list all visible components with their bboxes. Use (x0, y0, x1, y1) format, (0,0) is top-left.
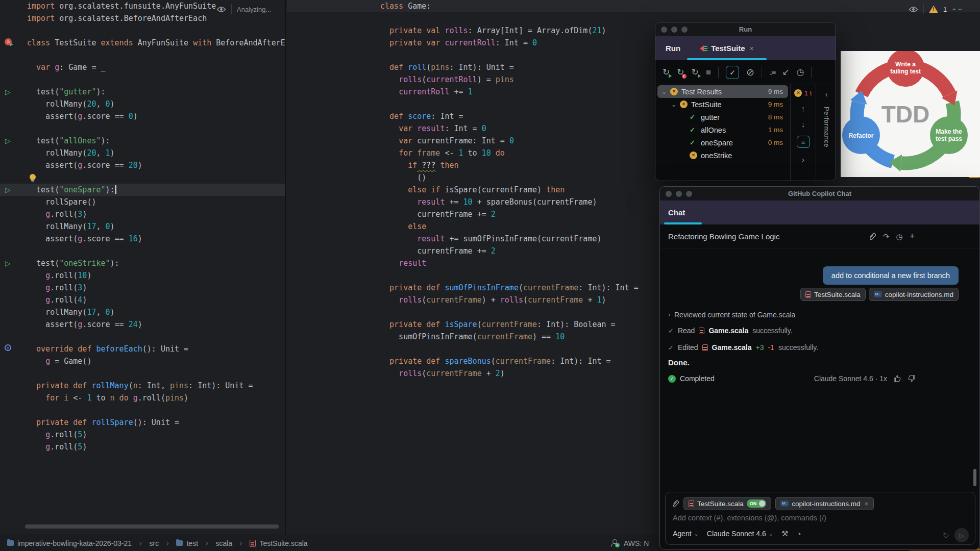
code-line[interactable]: g = Game() (0, 355, 286, 367)
code-line[interactable]: g.roll(10) (0, 269, 286, 282)
aws-status-segment[interactable]: ✓ AWS: N (610, 539, 649, 547)
code-line[interactable]: override def beforeEach(): Unit = (0, 343, 286, 355)
tab-chat[interactable]: Chat (668, 208, 685, 217)
import-test-results-icon[interactable]: ↙ (782, 67, 789, 78)
test-history-icon[interactable]: ◷ (796, 67, 804, 78)
close-window-icon[interactable] (666, 191, 672, 197)
reader-mode-eye-icon[interactable] (909, 6, 918, 13)
code-line[interactable]: rollMany(17, 0) (0, 306, 286, 318)
code-line[interactable]: rollMany(20, 0) (0, 98, 286, 110)
left-code-area[interactable]: import org.scalatest.funsuite.AnyFunSuit… (0, 0, 286, 453)
code-line[interactable] (0, 331, 286, 343)
next-failed-icon[interactable]: ↓ (801, 120, 805, 129)
code-line[interactable]: test("gutter"): (0, 86, 286, 98)
input-chip-testsuite[interactable]: TestSuite.scala ON (683, 497, 771, 510)
code-line[interactable]: var g: Game = _ (0, 61, 286, 73)
context-on-toggle[interactable]: ON (747, 499, 767, 508)
show-ignored-toggle-icon[interactable]: ⊘ (746, 67, 754, 78)
code-line[interactable]: g.roll(5) (0, 441, 286, 453)
chat-history-icon[interactable]: ◷ (896, 232, 903, 241)
tree-expand-chevron-icon[interactable]: ⌄ (671, 101, 680, 108)
code-line[interactable]: g.roll(4) (0, 294, 286, 306)
code-line[interactable] (287, 12, 980, 24)
code-line[interactable]: class TestSuite extends AnyFunSuite with… (0, 37, 286, 49)
step-reviewed[interactable]: › Reviewed current state of Game.scala (668, 311, 795, 319)
breadcrumb-src[interactable]: src (149, 539, 159, 547)
minimize-window-icon[interactable] (671, 27, 677, 33)
expand-rail-chevron-icon[interactable]: › (802, 155, 804, 164)
minimize-window-icon[interactable] (676, 191, 682, 197)
code-line[interactable] (0, 73, 286, 86)
test-tree-row[interactable]: ✓oneSpare0 ms (657, 136, 788, 149)
override-gutter-icon[interactable]: ↑ (5, 344, 11, 351)
horizontal-scrollbar[interactable] (25, 524, 279, 529)
code-line[interactable]: rollSpare() (0, 196, 286, 208)
usage-gauge-icon[interactable]: ◔ (796, 530, 801, 538)
code-line[interactable]: rollMany(17, 0) (0, 220, 286, 233)
send-button[interactable]: ▷ (954, 528, 969, 542)
test-tree-row[interactable]: ✕oneStrike (657, 149, 788, 162)
code-line[interactable]: assert(g.score == 20) (0, 159, 286, 171)
warning-count[interactable]: 1 (943, 6, 947, 13)
run-test-gutter-icon[interactable]: ▷ (5, 136, 11, 145)
code-line[interactable]: g.roll(3) (0, 282, 286, 294)
code-line[interactable]: test("oneStrike"): (0, 257, 286, 269)
stop-icon[interactable]: ■ (706, 67, 711, 78)
context-chip-testsuite[interactable]: TestSuite.scala (800, 288, 866, 301)
new-chat-icon[interactable]: + (910, 231, 915, 242)
tab-run[interactable]: Run (666, 44, 680, 53)
zoom-window-icon[interactable] (681, 27, 688, 33)
tree-expand-chevron-icon[interactable]: ⌄ (662, 88, 670, 95)
sticky-class-header[interactable]: class Game: (287, 0, 980, 12)
tracking-options-icon[interactable]: ≡ (797, 136, 810, 148)
code-line[interactable]: private var currentRoll: Int = 0 (287, 37, 980, 49)
expand-chevron-icon[interactable]: › (668, 311, 670, 318)
run-test-gutter-icon[interactable]: ▷ (5, 87, 11, 96)
code-line[interactable] (0, 24, 286, 37)
regenerate-icon[interactable]: ↻ (943, 531, 949, 540)
code-line[interactable]: for i <- 1 to n do g.roll(pins) (0, 392, 286, 404)
code-line[interactable]: private val rolls: Array[Int] = Array.of… (287, 24, 980, 37)
run-class-gutter-icon[interactable] (5, 38, 12, 45)
editor-left-testsuite[interactable]: import org.scalatest.funsuite.AnyFunSuit… (0, 0, 286, 535)
code-line[interactable] (0, 171, 286, 184)
thumbs-down-icon[interactable] (908, 374, 916, 383)
performance-tab-label[interactable]: Performance (823, 107, 830, 147)
test-tree-row[interactable]: ✓allOnes1 ms (657, 123, 788, 136)
code-line[interactable]: assert(g.score == 24) (0, 318, 286, 331)
code-line[interactable]: test("oneSpare"): (0, 184, 286, 196)
code-line[interactable]: assert(g.score == 0) (0, 110, 286, 122)
input-chip-instructions[interactable]: M↓ copilot-instructions.md × (775, 497, 873, 510)
collapse-chevron-icon[interactable]: ‹ (825, 90, 828, 98)
chat-messages[interactable]: add to conditional a new first branch Te… (660, 248, 980, 492)
reader-mode-eye-icon[interactable] (216, 6, 226, 13)
run-window-titlebar[interactable]: Run (655, 22, 836, 36)
file-link[interactable]: Game.scala (712, 343, 752, 352)
attachment-icon[interactable] (868, 232, 876, 241)
context-chip-instructions[interactable]: M↓ copilot-instructions.md (869, 288, 959, 301)
code-line[interactable] (0, 404, 286, 416)
tools-icon[interactable]: ⚒ (781, 529, 788, 538)
code-line[interactable]: private def rollSpare(): Unit = (0, 416, 286, 429)
rerun-tests-icon[interactable]: ↻ (663, 67, 670, 78)
sort-by-duration-icon[interactable]: ↓≡ (769, 67, 775, 78)
chat-input-placeholder[interactable]: Add context (#), extensions (@), command… (673, 514, 826, 522)
breadcrumb-scala[interactable]: scala (215, 539, 232, 547)
model-selector[interactable]: Claude Sonnet 4.6⌄ (707, 530, 773, 538)
run-test-gutter-icon[interactable]: ▷ (5, 259, 11, 268)
tab-testsuite[interactable]: TestSuite × (700, 44, 754, 53)
restore-chat-icon[interactable]: ↷ (883, 232, 890, 241)
warning-icon[interactable] (929, 6, 938, 13)
code-line[interactable] (0, 122, 286, 135)
code-line[interactable]: test("allOnes"): (0, 135, 286, 147)
intention-bulb-icon[interactable] (30, 174, 36, 180)
close-window-icon[interactable] (661, 27, 667, 33)
chat-scrollbar[interactable] (973, 469, 976, 486)
previous-failed-icon[interactable]: ↑ (801, 104, 805, 113)
code-line[interactable]: g.roll(3) (0, 208, 286, 220)
code-line[interactable] (0, 367, 286, 380)
breadcrumb-project[interactable]: imperative-bowling-kata-2026-03-21 (17, 539, 132, 547)
test-tree-row[interactable]: ⌄✕Test Results9 ms (657, 85, 788, 98)
run-test-gutter-icon[interactable]: ▷ (5, 185, 11, 194)
test-tree-row[interactable]: ✓gutter8 ms (657, 111, 788, 123)
